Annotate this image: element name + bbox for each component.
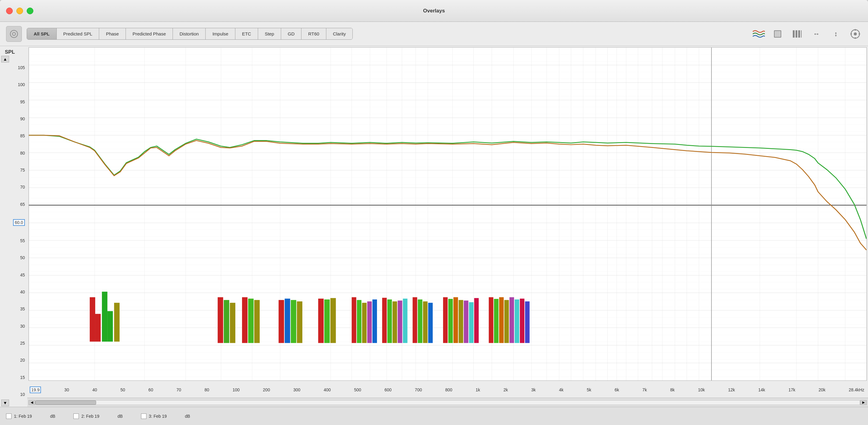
x-label-600: 600 [384,387,392,392]
svg-rect-5 [796,30,797,38]
bottom-db-1: dB [50,414,55,419]
y-scroll-down[interactable]: ▼ [1,399,9,406]
scroll-right-arrow[interactable]: ▶ [860,400,867,405]
scroll-left-arrow[interactable]: ◀ [29,400,35,405]
tab-gd[interactable]: GD [281,28,302,39]
tab-clarity[interactable]: Clarity [326,28,353,39]
close-button[interactable] [6,8,13,14]
eq-bar [230,303,235,343]
eq-bar [95,314,101,341]
tab-rt60[interactable]: RT60 [302,28,326,39]
right-tools: ↔ ↕ [751,27,862,41]
x-label-3k: 3k [531,387,536,392]
eq-bar [398,300,402,343]
scrollbar-thumb[interactable] [35,400,96,405]
eq-bar [428,303,433,343]
eq-bar [454,297,458,343]
eq-bar [107,311,113,341]
x-label-14k: 14k [758,387,765,392]
y-val-60-selected[interactable]: 60.0 [13,219,25,226]
eq-bar [224,300,229,343]
titlebar: Overlays [0,0,868,22]
x-label-50: 50 [120,387,125,392]
grid-icon[interactable] [790,27,804,41]
eq-bar [504,300,509,343]
x-label-700: 700 [415,387,422,392]
resize-vertical-icon[interactable]: ↕ [829,27,842,41]
main-window: Overlays All SPL Predicted SPL Phase Pre… [0,0,868,425]
x-label-8k: 8k [670,387,675,392]
y-val-90: 90 [20,117,25,121]
cursor-icon[interactable] [771,27,784,41]
y-scroll-up[interactable]: ▲ [1,56,9,62]
eq-bar [318,299,323,343]
settings-icon[interactable] [848,27,862,41]
bottom-bar: 1: Feb 19 dB 2: Feb 19 dB 3: Feb 19 dB [0,407,868,425]
x-label-400: 400 [323,387,331,392]
traffic-lights [6,8,33,14]
bottom-db-2: dB [117,414,123,419]
scrollbar-track[interactable] [35,400,860,405]
bottom-db-3: dB [185,414,190,419]
y-axis-numbers: 105 100 95 90 85 80 75 70 65 60.0 55 50 … [0,63,27,399]
chart-container[interactable] [29,47,867,381]
tab-predicted-spl[interactable]: Predicted SPL [57,28,99,39]
x-label-5k: 5k [587,387,591,392]
tab-predicted-phase[interactable]: Predicted Phase [126,28,173,39]
x-axis: 19.9 30 40 50 60 70 80 100 200 300 400 5… [29,382,867,398]
tab-phase[interactable]: Phase [99,28,126,39]
resize-icon[interactable]: ↔ [810,27,823,41]
checkbox-1[interactable] [6,414,11,419]
y-val-45: 45 [20,273,25,277]
tab-group: All SPL Predicted SPL Phase Predicted Ph… [27,28,353,40]
checkbox-3[interactable] [141,414,147,419]
maximize-button[interactable] [27,8,33,14]
x-label-17k: 17k [788,387,796,392]
x-label-200: 200 [263,387,270,392]
eq-bar [418,299,423,343]
bottom-item-2: 2: Feb 19 [73,414,99,419]
toolbar: All SPL Predicted SPL Phase Predicted Ph… [0,22,868,46]
y-val-55: 55 [20,238,25,243]
tab-etc[interactable]: ETC [235,28,258,39]
eq-bar [443,297,448,343]
overlay-icon[interactable] [751,27,765,41]
y-val-35: 35 [20,307,25,311]
eq-bar [90,297,95,341]
y-val-65: 65 [20,202,25,206]
tab-step[interactable]: Step [258,28,281,39]
y-val-40: 40 [20,290,25,294]
eq-bar [474,298,478,343]
tab-distortion[interactable]: Distortion [173,28,206,39]
eq-bar [218,297,223,343]
eq-bar [393,301,397,343]
tab-all-spl[interactable]: All SPL [27,28,57,39]
eq-bar [520,299,524,343]
eq-bar [114,303,120,341]
eq-bar [242,297,247,343]
x-label-70: 70 [177,387,181,392]
svg-rect-3 [775,31,781,37]
svg-rect-12 [850,33,852,34]
x-label-60: 60 [148,387,153,392]
minimize-button[interactable] [17,8,23,14]
file-icon[interactable] [6,26,22,42]
eq-bar [367,301,372,343]
x-label-6k: 6k [615,387,619,392]
eq-bar [412,297,417,343]
x-label-30: 30 [64,387,69,392]
bottom-item-db2: dB [117,414,123,419]
checkbox-2[interactable] [73,414,79,419]
bottom-label-3: 3: Feb 19 [149,414,167,419]
bottom-item-db1: dB [50,414,55,419]
eq-bar [254,300,259,343]
y-val-30: 30 [20,324,25,328]
y-val-100: 100 [18,83,25,87]
x-label-800: 800 [445,387,452,392]
y-val-15: 15 [20,375,25,380]
x-label-80: 80 [205,387,209,392]
eq-bar [285,299,290,343]
svg-point-9 [854,32,857,35]
eq-bar [330,298,336,343]
tab-impulse[interactable]: Impulse [206,28,235,39]
